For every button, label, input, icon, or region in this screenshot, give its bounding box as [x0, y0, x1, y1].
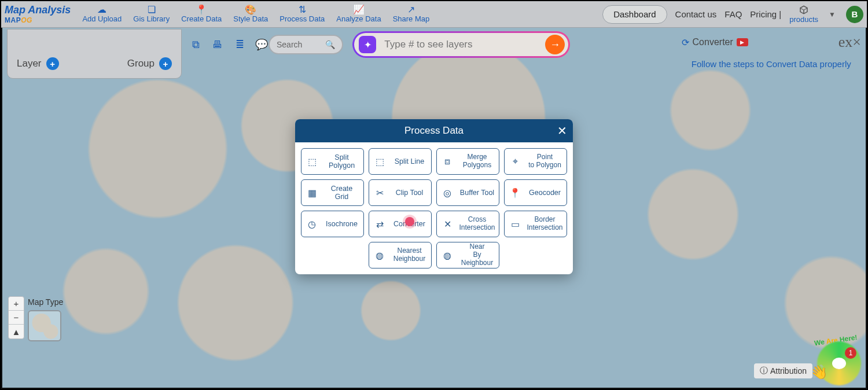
- tool-clip-tool[interactable]: ✂Clip Tool: [369, 179, 432, 206]
- tool-icon: 📍: [508, 186, 522, 200]
- nav-share-map[interactable]: ↗Share Map: [393, 5, 430, 23]
- tool-merge-polygons[interactable]: ⧈MergePolygons: [436, 148, 499, 175]
- zoom-reset-button[interactable]: ▲: [9, 325, 24, 339]
- tool-label: NearestNeighbour: [391, 247, 428, 263]
- plus-icon: +: [159, 57, 172, 70]
- modal-title-bar: Process Data ✕: [295, 119, 573, 142]
- pricing-link[interactable]: Pricing |: [750, 9, 781, 19]
- close-icon[interactable]: ✕: [557, 124, 567, 138]
- zoom-in-button[interactable]: +: [9, 297, 24, 311]
- nav-analyze-data[interactable]: 📈Analyze Data: [336, 5, 381, 23]
- brand[interactable]: Map Analysis MAPOG: [5, 4, 71, 24]
- converter-label: Converter: [693, 37, 733, 47]
- nav-gis-library[interactable]: ❏Gis Library: [133, 5, 170, 23]
- brand-title: Map Analysis: [5, 4, 71, 16]
- zoom-out-button[interactable]: −: [9, 311, 24, 325]
- contact-link[interactable]: Contact us: [675, 9, 717, 19]
- cursor-indicator: [405, 217, 414, 226]
- add-group-button[interactable]: Group +: [127, 57, 172, 70]
- tool-label: Clip Tool: [391, 189, 428, 197]
- tool-split-polygon[interactable]: ⬚Split Polygon: [301, 148, 364, 175]
- tool-label: Pointto Polygon: [527, 153, 563, 170]
- tool-icon: ⌖: [508, 154, 522, 168]
- toolstrip-icon-1[interactable]: 🖶: [211, 38, 225, 51]
- nav-style-data[interactable]: 🎨Style Data: [233, 5, 268, 23]
- converter-panel: ⟳ Converter ▶ ex× Follow the steps to Co…: [682, 34, 861, 69]
- tool-icon: ▦: [305, 186, 319, 200]
- brand-subtitle: MAPOG: [5, 16, 32, 24]
- nav-icon: ⇅: [299, 5, 306, 14]
- dashboard-button[interactable]: Dashboard: [602, 5, 667, 24]
- tool-split-line[interactable]: ⬚Split Line: [369, 148, 432, 175]
- tool-icon: ⧈: [440, 154, 454, 168]
- tool-icon: ◍: [373, 248, 387, 262]
- nav-add-upload[interactable]: ☁Add Upload: [82, 5, 122, 23]
- toolstrip-icon-0[interactable]: ⧉: [189, 38, 203, 51]
- refresh-icon[interactable]: ⟳: [682, 37, 689, 48]
- toolstrip-icon-3[interactable]: 💬: [255, 38, 269, 51]
- tool-point-to-polygon[interactable]: ⌖Pointto Polygon: [504, 148, 567, 175]
- tool-converter[interactable]: ⇄Converter: [369, 211, 432, 237]
- chat-icon: [832, 358, 846, 369]
- nav-icon: 🎨: [245, 5, 256, 14]
- search-placeholder: Search: [277, 40, 302, 49]
- tool-nearest-neighbour[interactable]: ◍NearestNeighbour: [369, 242, 432, 268]
- youtube-icon[interactable]: ▶: [737, 38, 748, 46]
- products-menu[interactable]: products: [789, 5, 818, 24]
- tool-icon: ▭: [508, 217, 522, 231]
- top-toolbar: Map Analysis MAPOG ☁Add Upload❏Gis Libra…: [1, 1, 867, 28]
- search-icon: 🔍: [325, 40, 335, 49]
- arrow-right-icon: →: [550, 39, 560, 51]
- caret-down-icon[interactable]: ▼: [826, 10, 838, 19]
- layer-group-panel: Layer + Group +: [7, 29, 182, 79]
- go-button[interactable]: →: [545, 35, 565, 54]
- converter-hint: Follow the steps to Convert Data properl…: [682, 59, 861, 69]
- nav-icon: 📍: [196, 5, 207, 14]
- faq-link[interactable]: FAQ: [724, 9, 742, 19]
- tool-icon: ✕: [440, 217, 454, 231]
- tool-border-intersection[interactable]: ▭BorderIntersection: [504, 211, 567, 237]
- nav-icon: ☁: [97, 5, 106, 14]
- toolstrip-icon-2[interactable]: ≣: [233, 38, 247, 51]
- tool-icon: ⇄: [373, 217, 387, 231]
- modal-title: Process Data: [404, 125, 464, 137]
- nav-icon: 📈: [353, 5, 365, 14]
- tool-icon: ⬚: [305, 154, 319, 168]
- tool-label: Isochrone: [323, 220, 360, 228]
- attribution-badge[interactable]: ⓘ Attribution: [754, 363, 812, 378]
- search-input[interactable]: Search 🔍: [269, 35, 343, 54]
- nav-process-data[interactable]: ⇅Process Data: [279, 5, 325, 23]
- close-converter[interactable]: ex×: [838, 34, 861, 51]
- map-type-switcher: Map Type: [28, 297, 63, 341]
- tool-geocoder[interactable]: 📍Geocoder: [504, 179, 567, 206]
- tool-label: CrossIntersection: [459, 216, 495, 232]
- wave-icon: 👋: [809, 363, 829, 382]
- tool-label: Split Polygon: [323, 153, 360, 170]
- tool-label: Geocoder: [527, 189, 563, 197]
- sparkle-icon: ✦: [359, 36, 376, 53]
- tool-label: Create Grid: [323, 185, 360, 201]
- tool-icon: ◎: [440, 186, 454, 200]
- tool-label: NearBy Neighbour: [459, 243, 495, 267]
- plus-icon: +: [46, 57, 59, 70]
- nav-icon: ↗: [407, 5, 415, 14]
- tool-icon: ◍: [440, 248, 454, 262]
- add-layer-button[interactable]: Layer +: [17, 57, 59, 70]
- zoom-controls: + − ▲: [8, 296, 24, 339]
- info-icon: ⓘ: [760, 366, 768, 376]
- layer-command-input[interactable]: ✦ →: [354, 33, 568, 56]
- tool-icon: ⬚: [373, 154, 387, 168]
- cube-icon: [799, 5, 809, 15]
- tool-isochrone[interactable]: ◷Isochrone: [301, 211, 364, 237]
- tool-create-grid[interactable]: ▦Create Grid: [301, 179, 364, 206]
- tool-near-by-neighbour[interactable]: ◍NearBy Neighbour: [436, 242, 499, 268]
- map-type-label: Map Type: [28, 297, 63, 307]
- nav-icon: ❏: [148, 5, 156, 14]
- user-avatar[interactable]: B: [846, 6, 863, 23]
- tool-buffer-tool[interactable]: ◎Buffer Tool: [436, 179, 499, 206]
- tool-label: Buffer Tool: [459, 189, 495, 197]
- tool-cross-intersection[interactable]: ✕CrossIntersection: [436, 211, 499, 237]
- map-type-thumb[interactable]: [28, 310, 61, 341]
- layer-command-field[interactable]: [384, 39, 537, 50]
- nav-create-data[interactable]: 📍Create Data: [181, 5, 222, 23]
